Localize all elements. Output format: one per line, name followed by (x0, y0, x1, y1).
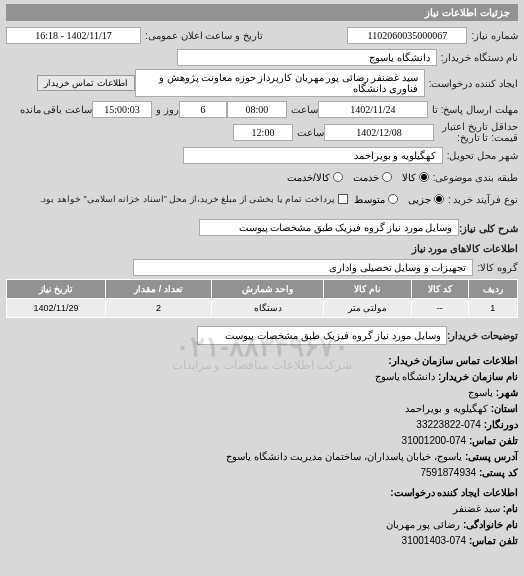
radio-medium-label: متوسط (354, 194, 385, 205)
deadline-date: 1402/11/24 (318, 101, 428, 118)
contact-fax: 074-31001200 (402, 435, 467, 446)
goods-table: ردیف کد کالا نام کالا واحد شمارش تعداد /… (6, 279, 518, 318)
req-creator-section: اطلاعات ایجاد کننده درخواست: (6, 485, 518, 501)
city-value: یاسوج (468, 387, 493, 398)
city-label: شهر: (496, 387, 518, 398)
contact-phone-label: دورنگار: (484, 419, 518, 430)
th-qty: تعداد / مقدار (106, 280, 212, 299)
cell-idx: 1 (468, 299, 517, 318)
announce-value: 1402/11/17 - 16:18 (6, 27, 141, 44)
treasury-checkbox[interactable] (338, 194, 348, 204)
postal-value: 7591874934 (420, 467, 476, 478)
process-radio-group: جزیی متوسط (354, 194, 444, 205)
valid-until-label: حداقل تاریخ اعتبار قیمت: تا تاریخ: (438, 121, 518, 143)
radio-service[interactable] (382, 172, 392, 182)
th-idx: ردیف (468, 280, 517, 299)
postal-label: کد پستی: (479, 467, 518, 478)
buyer-desc-value: وسایل مورد نیاز گروه فیزیک طبق مشخصات پی… (197, 326, 447, 345)
valid-time-label: ساعت (297, 127, 324, 138)
buyer-desc-label: توضیحات خریدار: (447, 330, 518, 341)
contact-info-button[interactable]: اطلاعات تماس خریدار (37, 75, 135, 91)
group-label: گروه کالا: (477, 262, 518, 273)
req-no-label: شماره نیاز: (471, 30, 518, 41)
delivery-city-label: شهر محل تحویل: (447, 150, 518, 161)
cell-name: مولتی متر (323, 299, 411, 318)
remain-label: ساعت باقی مانده (20, 104, 93, 115)
requester-value: سید غضنفر رضائی پور مهربان کارپرداز حوزه… (135, 69, 425, 97)
th-name: نام کالا (323, 280, 411, 299)
creator-lname: رضائی پور مهربان (386, 519, 461, 530)
cell-qty: 2 (106, 299, 212, 318)
panel-header: جزئیات اطلاعات نیاز (6, 4, 518, 21)
org-name-label: نام سازمان خریدار: (438, 371, 518, 382)
buyer-org-label: نام دستگاه خریدار: (441, 52, 518, 63)
creator-lname-label: نام خانوادگی: (463, 519, 518, 530)
th-unit: واحد شمارش (212, 280, 324, 299)
radio-minor[interactable] (434, 194, 444, 204)
req-no-value: 1102060035000067 (347, 27, 467, 44)
time-label: ساعت (291, 104, 318, 115)
process-label: نوع فرآیند خرید : (448, 194, 518, 205)
radio-goods[interactable] (419, 172, 429, 182)
province-value: کهگیلویه و بویراحمد (405, 403, 488, 414)
delivery-city-value: کهگیلویه و بویراحمد (183, 147, 443, 164)
desc-value: وسایل مورد نیاز گروه فیزیک طبق مشخصات پی… (199, 219, 459, 236)
and-label: روز و (156, 104, 179, 115)
radio-both[interactable] (333, 172, 343, 182)
creator-tel: 074-31001403 (402, 535, 467, 546)
creator-name: سید غضنفر (453, 503, 500, 514)
valid-date: 1402/12/08 (324, 124, 434, 141)
goods-section-header: اطلاعات کالاهای مورد نیاز (6, 243, 518, 254)
creator-tel-label: تلفن تماس: (469, 535, 518, 546)
radio-service-label: خدمت (353, 172, 379, 183)
desc-label: شرح کلی نیاز: (459, 223, 518, 234)
subject-type-radio-group: کالا خدمت کالا/خدمت (287, 172, 429, 183)
address-label: آدرس پستی: (465, 451, 518, 462)
radio-both-label: کالا/خدمت (287, 172, 330, 183)
table-row: 1 -- مولتی متر دستگاه 2 1402/11/29 (7, 299, 518, 318)
contact-fax-label: تلفن تماس: (469, 435, 518, 446)
process-note: پرداخت تمام یا بخشی از مبلغ خرید،از محل … (40, 194, 335, 204)
requester-label: ایجاد کننده درخواست: (429, 78, 518, 89)
radio-goods-label: کالا (402, 172, 416, 183)
radio-medium[interactable] (388, 194, 398, 204)
cell-unit: دستگاه (212, 299, 324, 318)
hours-remain: 15:00:03 (92, 101, 152, 118)
days-remain: 6 (179, 101, 227, 118)
group-value: تجهیزات و وسایل تحصیلی واداری (133, 259, 473, 276)
address-value: یاسوج، خیابان پاسداران، ساختمان مدیریت د… (226, 451, 462, 462)
cell-code: -- (412, 299, 468, 318)
buyer-org-value: دانشگاه یاسوج (177, 49, 437, 66)
th-date: تاریخ نیاز (7, 280, 106, 299)
contact-phone: 074-33223822 (416, 419, 481, 430)
deadline-label: مهلت ارسال پاسخ: تا (432, 104, 518, 115)
province-label: استان: (491, 403, 518, 414)
valid-time: 12:00 (233, 124, 293, 141)
creator-name-label: نام: (503, 503, 518, 514)
announce-label: تاریخ و ساعت اعلان عمومی: (145, 30, 263, 41)
subject-type-label: طبقه بندی موضوعی: (433, 172, 518, 183)
th-code: کد کالا (412, 280, 468, 299)
contact-section-title: اطلاعات تماس سازمان خریدار: (6, 353, 518, 369)
deadline-time: 08:00 (227, 101, 287, 118)
cell-date: 1402/11/29 (7, 299, 106, 318)
org-name: دانشگاه یاسوج (375, 371, 436, 382)
radio-minor-label: جزیی (408, 194, 431, 205)
